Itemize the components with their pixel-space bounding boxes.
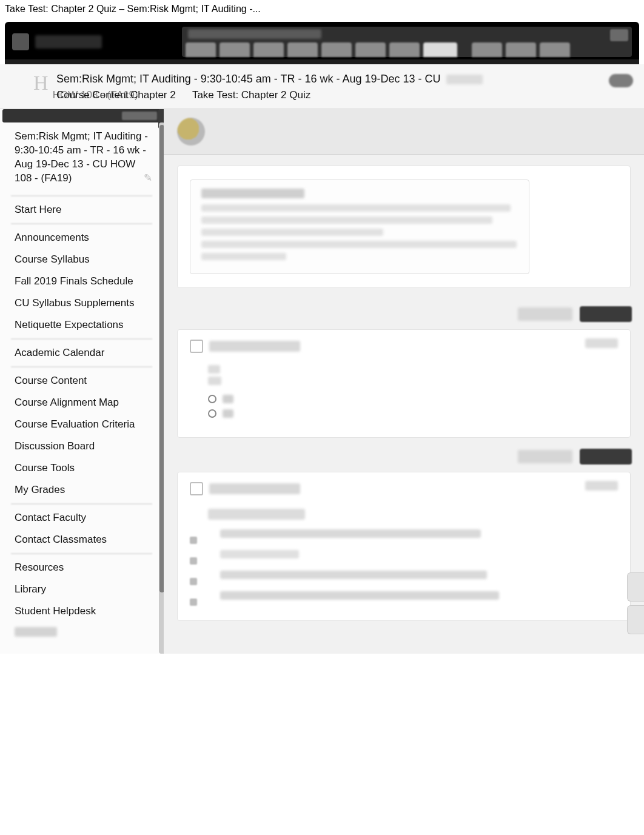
top-black-bar	[5, 22, 639, 59]
nav-tab[interactable]	[321, 42, 352, 57]
breadcrumb-course-title[interactable]: Sem:Risk Mgmt; IT Auditing - 9:30-10:45 …	[56, 73, 441, 85]
main-content	[164, 109, 644, 654]
question-card-2	[177, 472, 631, 621]
logo-icon	[12, 33, 29, 50]
sidebar-item-contact-classmates[interactable]: Contact Classmates	[0, 529, 163, 551]
answer-option-text	[223, 409, 233, 418]
global-nav-strip	[182, 27, 632, 57]
question-points	[585, 481, 618, 491]
bullet-icon	[190, 599, 197, 606]
nav-tab[interactable]	[540, 42, 570, 57]
nav-utility-button[interactable]	[610, 29, 628, 41]
app-chrome	[5, 22, 639, 64]
question-points	[585, 338, 618, 348]
nav-underline	[5, 59, 639, 64]
nav-tab[interactable]	[186, 42, 216, 57]
side-widget-button[interactable]	[627, 572, 644, 602]
sidebar-item-discussion-board[interactable]: Discussion Board	[0, 435, 163, 457]
sidebar-item-course-tools[interactable]: Course Tools	[0, 457, 163, 479]
sidebar-item-course-content[interactable]: Course Content	[0, 370, 163, 392]
test-information-box	[190, 179, 529, 274]
question-status-bar	[164, 299, 644, 326]
sidebar-item-syllabus-supplements[interactable]: CU Syllabus Supplements	[0, 292, 163, 314]
sidebar-divider	[11, 366, 152, 367]
test-information-heading	[201, 189, 304, 198]
course-sidebar: Sem:Risk Mgmt; IT Auditing - 9:30-10:45 …	[0, 109, 164, 654]
sidebar-toolbar	[2, 109, 161, 122]
sidebar-toolbar-chip[interactable]	[122, 112, 157, 120]
sidebar-item-alignment-map[interactable]: Course Alignment Map	[0, 392, 163, 414]
nav-tab[interactable]	[506, 42, 536, 57]
quiz-icon	[177, 118, 205, 146]
breadcrumb-ghost-segment	[446, 75, 483, 84]
bullet-icon	[190, 537, 197, 544]
secondary-nav-tabs	[472, 42, 570, 57]
question-flag-checkbox[interactable]	[190, 340, 203, 353]
answer-option-text[interactable]	[220, 591, 499, 600]
sidebar-item-resources[interactable]: Resources	[0, 557, 163, 578]
breadcrumb-home-icon[interactable]: H	[33, 73, 55, 98]
edit-mode-toggle[interactable]	[609, 74, 633, 87]
save-answer-button[interactable]	[580, 449, 632, 464]
question-card-1	[177, 329, 631, 438]
window-tab-title: Take Test: Chapter 2 Quiz – Sem:Risk Mgm…	[0, 0, 644, 18]
sidebar-item-library[interactable]: Library	[0, 578, 163, 600]
bullet-icon	[190, 578, 197, 585]
primary-nav-tabs	[186, 42, 457, 57]
sidebar-divider	[11, 338, 152, 340]
sidebar-item-contact-faculty[interactable]: Contact Faculty	[0, 507, 163, 529]
question-completion-ghost	[518, 450, 572, 463]
breadcrumb-overlay-how108: HOW 108 - (FA19)	[53, 89, 138, 101]
breadcrumb-bar: H Sem:Risk Mgmt; IT Auditing - 9:30-10:4…	[0, 64, 644, 109]
side-widget-button[interactable]	[627, 605, 644, 634]
sidebar-item-eval-criteria[interactable]: Course Evaluation Criteria	[0, 414, 163, 435]
quiz-instructions-panel	[177, 166, 631, 288]
answer-option-text[interactable]	[220, 571, 487, 579]
pencil-icon[interactable]: ✎	[144, 172, 152, 180]
sidebar-course-home-label: Sem:Risk Mgmt; IT Auditing - 9:30-10:45 …	[15, 130, 148, 184]
answer-option[interactable]	[208, 395, 618, 403]
question-flag-checkbox[interactable]	[190, 482, 203, 495]
global-search-placeholder[interactable]	[188, 29, 321, 39]
sidebar-item-start-here[interactable]: Start Here	[0, 199, 163, 221]
quiz-header-band	[164, 109, 644, 155]
sidebar-item-finals-schedule[interactable]: Fall 2019 Finals Schedule	[0, 270, 163, 292]
question-status-bar	[164, 441, 644, 468]
logo-text	[35, 35, 102, 49]
radio-icon[interactable]	[208, 395, 216, 403]
sidebar-item-academic-calendar[interactable]: Academic Calendar	[0, 342, 163, 364]
sidebar-footer-ghost	[15, 627, 57, 637]
sidebar-item-announcements[interactable]: Announcements	[0, 227, 163, 249]
nav-tab[interactable]	[287, 42, 318, 57]
sidebar-item-student-helpdesk[interactable]: Student Helpdesk	[0, 600, 163, 622]
question-title	[209, 341, 300, 352]
floating-side-widgets	[627, 572, 644, 634]
question-title	[209, 483, 300, 494]
answer-option-text[interactable]	[220, 529, 481, 538]
sidebar-divider	[11, 195, 152, 196]
nav-tab[interactable]	[389, 42, 420, 57]
sidebar-item-my-grades[interactable]: My Grades	[0, 479, 163, 501]
sidebar-course-home[interactable]: Sem:Risk Mgmt; IT Auditing - 9:30-10:45 …	[0, 122, 163, 193]
sidebar-footer	[0, 622, 163, 642]
nav-tab[interactable]	[355, 42, 386, 57]
sidebar-divider	[11, 503, 152, 505]
breadcrumb-current-page: Take Test: Chapter 2 Quiz	[192, 89, 310, 101]
save-answer-button[interactable]	[580, 306, 632, 322]
nav-tab[interactable]	[220, 42, 250, 57]
test-info-line	[201, 229, 383, 236]
answer-option-text[interactable]	[220, 550, 299, 558]
answer-option[interactable]	[208, 409, 618, 418]
radio-icon[interactable]	[208, 409, 216, 418]
nav-tab-active[interactable]	[423, 42, 457, 57]
bullet-icon	[190, 557, 197, 565]
answer-options	[208, 395, 618, 418]
sidebar-item-course-syllabus[interactable]: Course Syllabus	[0, 249, 163, 270]
answer-option-text	[223, 395, 233, 403]
sidebar-divider	[11, 223, 152, 224]
sidebar-item-netiquette[interactable]: Netiquette Expectations	[0, 314, 163, 336]
nav-tab[interactable]	[472, 42, 502, 57]
test-info-line	[201, 241, 517, 248]
nav-tab[interactable]	[253, 42, 284, 57]
question-completion-ghost	[518, 307, 572, 321]
